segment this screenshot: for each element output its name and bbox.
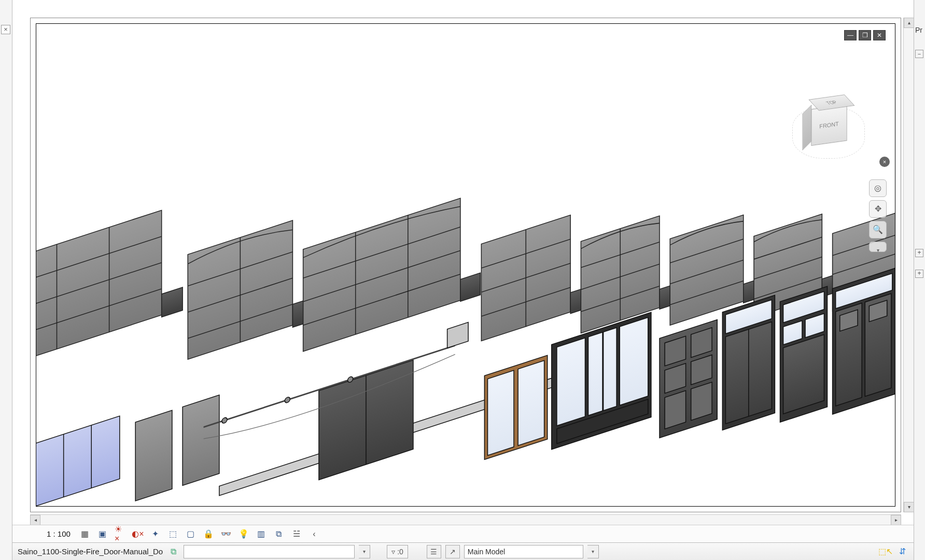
- editable-only-icon[interactable]: ☰: [427, 545, 441, 558]
- scroll-left-icon[interactable]: ◂: [30, 515, 40, 525]
- navbar-close-badge[interactable]: ×: [879, 157, 890, 167]
- filter-icon: ▿: [391, 548, 395, 556]
- reveal-constraints-icon[interactable]: ☱: [290, 528, 303, 540]
- svg-rect-63: [557, 338, 585, 426]
- visual-style-icon[interactable]: ▣: [96, 528, 109, 540]
- svg-rect-50: [183, 395, 219, 486]
- viewcube-top-face[interactable]: TOP: [808, 94, 854, 110]
- view-back-arrow-icon[interactable]: ‹: [308, 528, 320, 540]
- type-selector-dropdown-icon[interactable]: ▾: [359, 545, 370, 558]
- svg-rect-46: [36, 416, 120, 506]
- view-minimize-button[interactable]: —: [844, 30, 857, 40]
- navbar-dropdown-icon[interactable]: ▾: [869, 242, 887, 252]
- svg-rect-6: [162, 287, 183, 317]
- view-scale[interactable]: 1 : 100: [44, 529, 74, 538]
- panel-expand-icon-1[interactable]: +: [915, 249, 923, 257]
- viewcube-front-face[interactable]: FRONT: [819, 120, 839, 129]
- vertical-scrollbar[interactable]: ▴ ▾: [903, 18, 914, 512]
- type-selector-input[interactable]: [184, 545, 355, 558]
- navigation-bar: × ◎ ✥ 🔍 ▾: [868, 179, 888, 252]
- design-options-select[interactable]: Main Model: [464, 545, 583, 558]
- left-gutter: ×: [0, 0, 12, 560]
- reveal-hidden-icon[interactable]: 💡: [237, 528, 250, 540]
- view-control-bar: 1 : 100 ▦ ▣ ☀× ◐× ✦ ⬚ ▢ 🔒 👓 💡 ▥ ⧉ ☱ ‹: [12, 525, 914, 542]
- detail-level-icon[interactable]: ▦: [79, 528, 91, 540]
- status-bar: Saino_1100-Single-Fire_Door-Manual_Do ⧉ …: [12, 542, 914, 560]
- viewcube[interactable]: TOP FRONT: [787, 96, 870, 164]
- svg-rect-61: [518, 360, 544, 445]
- svg-rect-13: [303, 198, 460, 352]
- panel-expand-icon-2[interactable]: +: [915, 270, 923, 278]
- select-links-icon[interactable]: ⬚↖: [879, 545, 892, 558]
- scroll-right-icon[interactable]: ▸: [891, 515, 901, 525]
- status-family-name: Saino_1100-Single-Fire_Door-Manual_Do: [18, 547, 163, 556]
- properties-tab-label[interactable]: Pr: [915, 26, 922, 34]
- view-window-controls: — ❐ ✕: [844, 30, 886, 40]
- scroll-up-icon[interactable]: ▴: [904, 18, 914, 28]
- scroll-down-icon[interactable]: ▾: [904, 502, 914, 512]
- scroll-v-track[interactable]: [904, 28, 914, 502]
- zoom-icon[interactable]: 🔍: [869, 221, 887, 239]
- view-maximize-button[interactable]: ❐: [859, 30, 871, 40]
- panel-collapse-icon[interactable]: −: [915, 50, 923, 58]
- crop-view-icon[interactable]: ⬚: [167, 528, 179, 540]
- scroll-h-track[interactable]: [40, 515, 891, 525]
- svg-rect-55: [447, 323, 468, 348]
- viewport-frame: — ❐ ✕ TOP FRONT × ◎: [30, 18, 901, 512]
- show-crop-icon[interactable]: ▢: [185, 528, 197, 540]
- svg-rect-83: [783, 334, 824, 414]
- horizontal-scrollbar[interactable]: ◂ ▸: [30, 514, 901, 525]
- properties-panel-collapsed: Pr − + +: [914, 0, 925, 560]
- temp-hide-icon[interactable]: 👓: [220, 528, 232, 540]
- status-family-icon[interactable]: ⧉: [167, 545, 179, 558]
- analytical-model-icon[interactable]: ⧉: [273, 528, 285, 540]
- svg-rect-73: [665, 390, 685, 429]
- worksets-icon[interactable]: ↗: [445, 545, 460, 558]
- selection-count-value: :0: [397, 548, 403, 556]
- svg-point-56: [222, 417, 227, 424]
- select-pinned-icon[interactable]: ⇵: [896, 545, 908, 558]
- svg-rect-49: [135, 410, 172, 501]
- selection-count[interactable]: ▿ :0: [387, 545, 408, 558]
- rendering-dialog-icon[interactable]: ✦: [149, 528, 162, 540]
- lock-view-icon[interactable]: 🔒: [202, 528, 215, 540]
- steering-wheel-icon[interactable]: ◎: [869, 179, 887, 197]
- shadows-off-icon[interactable]: ◐×: [132, 528, 144, 540]
- sun-path-off-icon[interactable]: ☀×: [114, 528, 127, 540]
- design-options-value: Main Model: [468, 548, 505, 556]
- viewport-canvas-3d[interactable]: — ❐ ✕ TOP FRONT × ◎: [36, 23, 895, 507]
- svg-rect-65: [620, 317, 648, 405]
- pan-icon[interactable]: ✥: [869, 200, 887, 218]
- svg-rect-60: [487, 370, 514, 455]
- svg-rect-74: [691, 382, 712, 421]
- svg-point-57: [285, 397, 290, 403]
- svg-rect-19: [460, 273, 480, 301]
- main-area: — ❐ ✕ TOP FRONT × ◎: [12, 0, 914, 560]
- svg-rect-0: [36, 210, 162, 366]
- view-close-button[interactable]: ✕: [873, 30, 886, 40]
- worksharing-display-icon[interactable]: ▥: [255, 528, 268, 540]
- design-options-dropdown-icon[interactable]: ▾: [587, 545, 599, 558]
- close-panel-button[interactable]: ×: [1, 25, 10, 34]
